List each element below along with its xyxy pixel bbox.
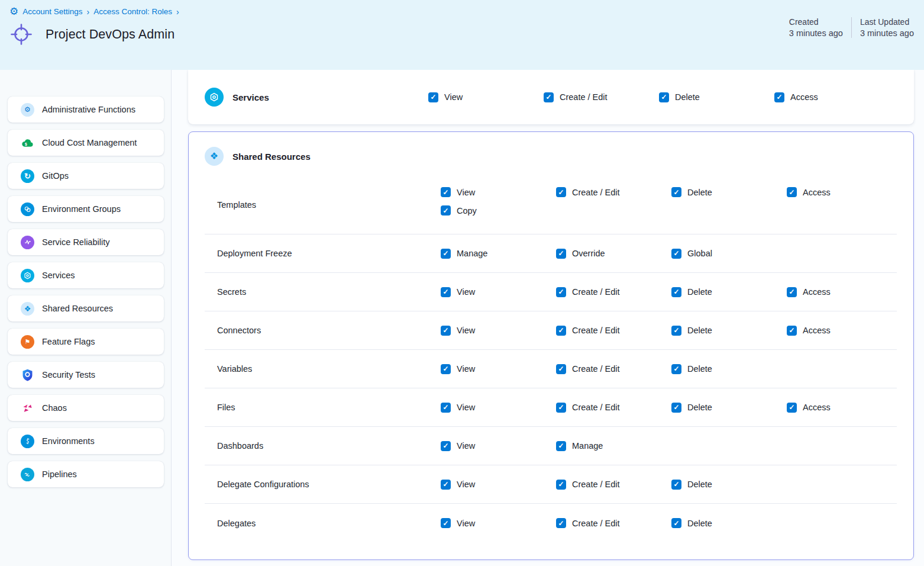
permission-checkbox-access[interactable]: ✓Access <box>787 287 831 297</box>
permission-checkbox-access[interactable]: ✓Access <box>787 187 831 197</box>
checkbox-checked-icon[interactable]: ✓ <box>441 480 451 490</box>
sidebar-item-service-reliability[interactable]: Service Reliability <box>8 229 164 255</box>
checkbox-checked-icon[interactable]: ✓ <box>556 518 566 528</box>
permission-checkbox-delete[interactable]: ✓Delete <box>671 518 712 528</box>
checkbox-checked-icon[interactable]: ✓ <box>556 187 566 197</box>
created-label: Created <box>789 17 843 27</box>
checkbox-checked-icon[interactable]: ✓ <box>671 403 681 413</box>
checkbox-checked-icon[interactable]: ✓ <box>774 92 784 102</box>
resource-label: Variables <box>217 364 441 374</box>
permission-checkbox-create-edit[interactable]: ✓Create / Edit <box>556 518 620 528</box>
sidebar-item-environment-groups[interactable]: Environment Groups <box>8 196 164 222</box>
checkbox-checked-icon[interactable]: ✓ <box>671 249 681 259</box>
checkbox-label: Create / Edit <box>572 326 620 335</box>
permission-checkbox-delete[interactable]: ✓Delete <box>671 287 712 297</box>
permission-checkbox-create-edit[interactable]: ✓Create / Edit <box>556 403 620 413</box>
shared-resources-card-head: ❖ Shared Resources <box>189 132 913 172</box>
checkbox-checked-icon[interactable]: ✓ <box>556 441 566 451</box>
sidebar-item-administrative-functions[interactable]: ⚙Administrative Functions <box>8 97 164 123</box>
sidebar-item-chaos[interactable]: Chaos <box>8 395 164 421</box>
permission-checkbox-access[interactable]: ✓Access <box>774 92 818 102</box>
permission-checkbox-copy[interactable]: ✓Copy <box>441 205 477 216</box>
checkbox-checked-icon[interactable]: ✓ <box>556 249 566 259</box>
sidebar-item-security-tests[interactable]: Security Tests <box>8 362 164 388</box>
permission-checkbox-delete[interactable]: ✓Delete <box>671 403 712 413</box>
checkbox-checked-icon[interactable]: ✓ <box>787 187 797 197</box>
permission-checkbox-delete[interactable]: ✓Delete <box>671 187 712 197</box>
permission-checkbox-create-edit[interactable]: ✓Create / Edit <box>556 364 620 374</box>
checkbox-checked-icon[interactable]: ✓ <box>659 92 669 102</box>
permission-checkbox-manage[interactable]: ✓Manage <box>556 441 603 451</box>
permission-checkbox-create-edit[interactable]: ✓Create / Edit <box>556 326 620 336</box>
checkbox-checked-icon[interactable]: ✓ <box>671 326 681 336</box>
checkbox-checked-icon[interactable]: ✓ <box>556 287 566 297</box>
sidebar-item-feature-flags[interactable]: ⚑Feature Flags <box>8 329 164 355</box>
breadcrumb-account-settings[interactable]: Account Settings <box>22 7 82 16</box>
checkbox-checked-icon[interactable]: ✓ <box>671 364 681 374</box>
checkbox-checked-icon[interactable]: ✓ <box>441 205 451 216</box>
sidebar-item-cloud-cost-management[interactable]: $Cloud Cost Management <box>8 130 164 156</box>
permission-checkbox-view[interactable]: ✓View <box>441 187 475 197</box>
permission-checkbox-create-edit[interactable]: ✓Create / Edit <box>544 92 608 102</box>
permission-checkbox-view[interactable]: ✓View <box>441 441 475 451</box>
permission-checkbox-delete[interactable]: ✓Delete <box>671 364 712 374</box>
checkbox-checked-icon[interactable]: ✓ <box>441 403 451 413</box>
permission-checkbox-create-edit[interactable]: ✓Create / Edit <box>556 287 620 297</box>
permission-checkbox-view[interactable]: ✓View <box>441 287 475 297</box>
checkbox-label: Override <box>572 249 605 258</box>
checkbox-checked-icon[interactable]: ✓ <box>556 403 566 413</box>
checkbox-checked-icon[interactable]: ✓ <box>556 480 566 490</box>
permission-checkbox-delete[interactable]: ✓Delete <box>659 92 700 102</box>
environments-icon <box>21 435 34 448</box>
permission-checkbox-access[interactable]: ✓Access <box>787 403 831 413</box>
permission-checkbox-view[interactable]: ✓View <box>441 403 475 413</box>
checkbox-checked-icon[interactable]: ✓ <box>671 518 681 528</box>
permission-checkbox-view[interactable]: ✓View <box>441 326 475 336</box>
permission-cell: ✓Create / Edit <box>556 403 671 413</box>
checkbox-checked-icon[interactable]: ✓ <box>441 249 451 259</box>
permission-checkbox-view[interactable]: ✓View <box>428 92 463 102</box>
sidebar-item-pipelines[interactable]: Pipelines <box>8 461 164 487</box>
checkbox-checked-icon[interactable]: ✓ <box>441 287 451 297</box>
sidebar-item-label: Environment Groups <box>42 204 121 214</box>
breadcrumb-access-control-roles[interactable]: Access Control: Roles <box>93 7 172 16</box>
permission-checkbox-delete[interactable]: ✓Delete <box>671 326 712 336</box>
permission-checkbox-view[interactable]: ✓View <box>441 518 475 528</box>
checkbox-checked-icon[interactable]: ✓ <box>441 187 451 197</box>
checkbox-checked-icon[interactable]: ✓ <box>787 403 797 413</box>
permission-checkbox-create-edit[interactable]: ✓Create / Edit <box>556 187 620 197</box>
permission-checkbox-access[interactable]: ✓Access <box>787 326 831 336</box>
sidebar-item-services[interactable]: Services <box>8 262 164 288</box>
permission-checkbox-view[interactable]: ✓View <box>441 364 475 374</box>
permission-cell: ✓Delete <box>671 518 787 528</box>
checkbox-checked-icon[interactable]: ✓ <box>671 287 681 297</box>
permission-checkbox-override[interactable]: ✓Override <box>556 249 605 259</box>
checkbox-checked-icon[interactable]: ✓ <box>671 480 681 490</box>
permission-cell: ✓Access <box>787 287 897 297</box>
checkbox-checked-icon[interactable]: ✓ <box>787 287 797 297</box>
checkbox-checked-icon[interactable]: ✓ <box>556 326 566 336</box>
sidebar-item-gitops[interactable]: ↻GitOps <box>8 163 164 189</box>
sidebar-item-environments[interactable]: Environments <box>8 428 164 454</box>
checkbox-checked-icon[interactable]: ✓ <box>671 187 681 197</box>
permission-checkbox-manage[interactable]: ✓Manage <box>441 249 487 259</box>
permission-checkbox-global[interactable]: ✓Global <box>671 249 712 259</box>
sidebar-item-shared-resources[interactable]: ❖Shared Resources <box>8 295 164 321</box>
permission-checkbox-create-edit[interactable]: ✓Create / Edit <box>556 480 620 490</box>
title-row: Project DevOps Admin <box>9 23 914 46</box>
checkbox-checked-icon[interactable]: ✓ <box>441 441 451 451</box>
checkbox-checked-icon[interactable]: ✓ <box>787 326 797 336</box>
sidebar-item-label: Environments <box>42 436 95 446</box>
checkbox-label: View <box>457 188 475 197</box>
role-meta: Created 3 minutes ago Last Updated 3 min… <box>789 17 914 38</box>
permission-checkbox-view[interactable]: ✓View <box>441 480 475 490</box>
permission-checkbox-delete[interactable]: ✓Delete <box>671 480 712 490</box>
checkbox-label: Access <box>803 326 831 335</box>
checkbox-checked-icon[interactable]: ✓ <box>428 92 438 102</box>
checkbox-checked-icon[interactable]: ✓ <box>441 518 451 528</box>
checkbox-checked-icon[interactable]: ✓ <box>556 364 566 374</box>
permission-cell: ✓Create / Edit <box>556 187 671 197</box>
checkbox-checked-icon[interactable]: ✓ <box>441 326 451 336</box>
checkbox-checked-icon[interactable]: ✓ <box>441 364 451 374</box>
checkbox-checked-icon[interactable]: ✓ <box>544 92 554 102</box>
